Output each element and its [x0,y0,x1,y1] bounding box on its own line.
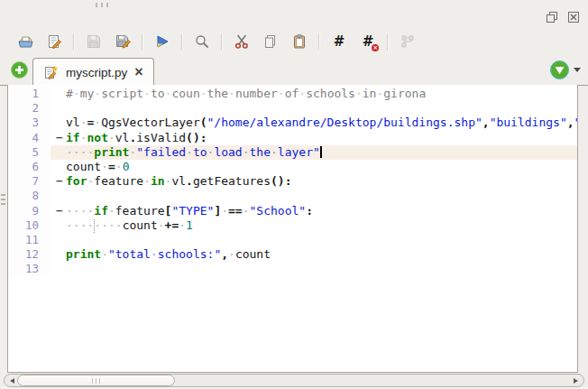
fold-marker-icon[interactable]: − [56,174,63,189]
code-lines: 1#·my·script·to·coun·the·number·of·schoo… [8,87,577,276]
panel-drag-grip-icon[interactable] [96,3,108,7]
clipboard-icon [291,33,308,50]
line-number: 4 [8,131,51,145]
run-script-button[interactable] [152,32,172,51]
page-pencil-icon [46,33,63,51]
editor-toolbar: # #× [11,31,422,52]
code-line-6: 6count·=·0 [8,160,577,174]
toolbar-separator [387,33,389,50]
text-caret [320,146,322,158]
new-editor-button[interactable] [44,32,64,51]
code-line-2: 2 [8,101,577,116]
line-number: 5 [8,145,51,160]
script-file-icon [43,65,59,80]
code-line-4: 4−if·not·vl.isValid(): [8,131,577,145]
comment-button[interactable]: # [329,32,349,51]
panel-window-controls [545,10,581,24]
fold-marker-icon[interactable]: − [56,204,63,218]
python-console-editor-panel: # #× [0,0,588,389]
line-number: 6 [8,160,51,174]
folder-open-icon [17,33,34,51]
paste-button[interactable] [289,32,309,51]
code-line-9: 9−····if·feature["TYPE"]·==·"School": [8,204,577,218]
restore-icon [546,11,558,23]
code-line-11: 11 [8,233,577,247]
hash-badge-icon: #× [363,35,374,49]
line-number: 7 [8,174,51,189]
indent-guide [94,218,95,233]
new-tab-button[interactable] [11,61,28,79]
find-text-button[interactable] [192,32,212,51]
toolbar-separator [142,33,143,50]
editor-tabbar: myscript.py × [0,55,588,86]
play-triangle-icon [154,33,170,50]
line-number: 8 [8,189,51,203]
hash-icon: # [334,35,345,49]
toolbar-separator [181,33,183,50]
uncomment-button[interactable]: #× [358,32,378,51]
line-number: 11 [8,233,51,247]
tab-list-button[interactable] [550,60,569,79]
line-number: 10 [8,218,51,233]
scrollbar-thumb[interactable] [17,375,175,386]
scroll-right-arrow-icon[interactable] [574,378,578,384]
plus-circle-icon [11,61,28,79]
fold-marker-icon[interactable]: − [56,131,63,145]
floppy-disk-icon [86,33,102,50]
line-number: 2 [8,101,51,116]
float-panel-button[interactable] [545,10,559,24]
line-number: 13 [8,262,51,276]
magnifier-icon [194,33,210,50]
close-panel-button[interactable] [566,10,581,24]
code-editor[interactable]: 1#·my·script·to·coun·the·number·of·schoo… [7,85,578,373]
class-tree-icon [400,33,416,50]
code-line-3: 3vl·=·QgsVectorLayer("/home/alexandre/De… [8,116,577,130]
object-inspector-button [398,32,418,51]
scissors-icon [234,33,250,50]
copy-button[interactable] [261,32,280,51]
save-as-button[interactable] [113,32,133,51]
code-line-8: 8 [8,189,577,203]
tab-overflow-arrow-icon[interactable] [574,68,581,72]
code-line-1: 1#·my·script·to·coun·the·number·of·schoo… [8,87,577,101]
copy-pages-icon [262,33,279,50]
tab-close-icon[interactable]: × [134,65,142,79]
line-number: 12 [8,247,51,262]
toolbar-separator [318,33,320,50]
code-line-12: 12print·"total·schools:",·count [8,247,577,262]
tab-label: myscript.py [66,66,127,79]
code-line-10: 10········count·+=·1 [8,218,577,233]
toolbar-separator [221,33,223,50]
line-number: 9 [8,204,51,218]
line-number: 3 [8,116,51,130]
floppy-pencil-icon [115,33,132,51]
line-number: 1 [8,87,51,101]
code-line-7: 7−for·feature·in·vl.getFeatures(): [8,174,577,189]
cut-button[interactable] [232,32,252,51]
tab-myscript[interactable]: myscript.py × [32,58,154,86]
scroll-left-arrow-icon[interactable] [10,378,14,384]
close-icon [567,11,580,23]
horizontal-scrollbar[interactable] [4,374,584,387]
save-button [84,32,104,51]
toolbar-separator [73,33,75,50]
console-splitter-handle[interactable] [1,194,5,205]
open-script-button[interactable] [15,32,35,51]
code-line-13: 13 [8,262,577,276]
down-triangle-circle-icon [550,60,569,79]
code-line-5: 5····print·"failed·to·load·the·layer" [8,145,577,160]
